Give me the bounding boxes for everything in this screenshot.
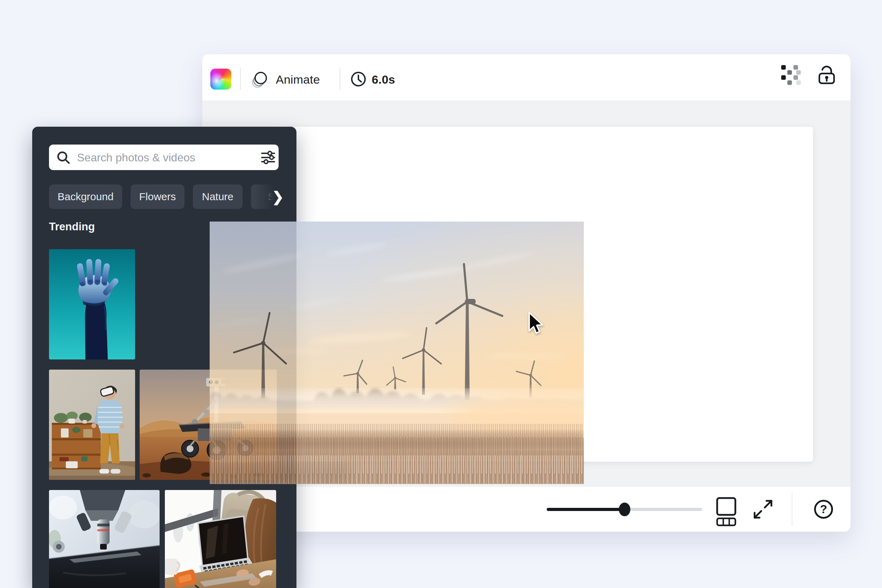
zoom-slider-thumb[interactable] [619,502,630,516]
animate-icon [250,69,270,89]
filter-chips-row: BackgroundFlowersNatureSun [49,184,279,209]
dragged-image-wind-turbines[interactable] [210,222,584,484]
chip-flowers[interactable]: Flowers [130,184,184,209]
expand-button[interactable] [752,498,774,520]
help-button[interactable]: ? [814,500,833,519]
search-icon [57,151,71,165]
wind-turbines-photo [210,222,584,484]
pages-view-icon [716,497,736,526]
duration-label[interactable]: 6.0s [372,72,395,87]
zoom-slider-fill [547,508,626,511]
unlock-icon [817,64,837,85]
transparency-button[interactable] [781,65,801,85]
duration-button[interactable] [350,71,367,87]
toolbar-divider [339,68,340,90]
filters-icon[interactable] [261,150,275,165]
color-gradient-swatch[interactable] [210,69,231,90]
chip-background[interactable]: Background [49,184,122,209]
footer-divider [792,493,792,526]
chip-nature[interactable]: Nature [193,184,243,209]
toolbar-divider [240,68,241,90]
chips-scroll-right-chevron[interactable]: ❯ [271,185,285,209]
expand-icon [752,498,774,520]
help-glyph: ? [816,501,831,517]
clock-icon [350,71,367,87]
pages-view-button[interactable] [716,497,736,526]
lock-button[interactable] [817,64,837,85]
search-box[interactable] [49,144,279,170]
animate-label[interactable]: Animate [276,72,320,87]
search-input[interactable] [76,147,242,169]
transparency-icon [781,65,801,85]
thumbnail-microscope[interactable] [49,490,160,588]
animate-button[interactable] [250,69,270,89]
thumbnail-boy-vr[interactable] [49,370,135,480]
thumbnail-woman-laptop[interactable] [165,490,276,588]
thumbnail-robotic-hand[interactable] [49,249,135,360]
section-title: Trending [49,220,95,233]
